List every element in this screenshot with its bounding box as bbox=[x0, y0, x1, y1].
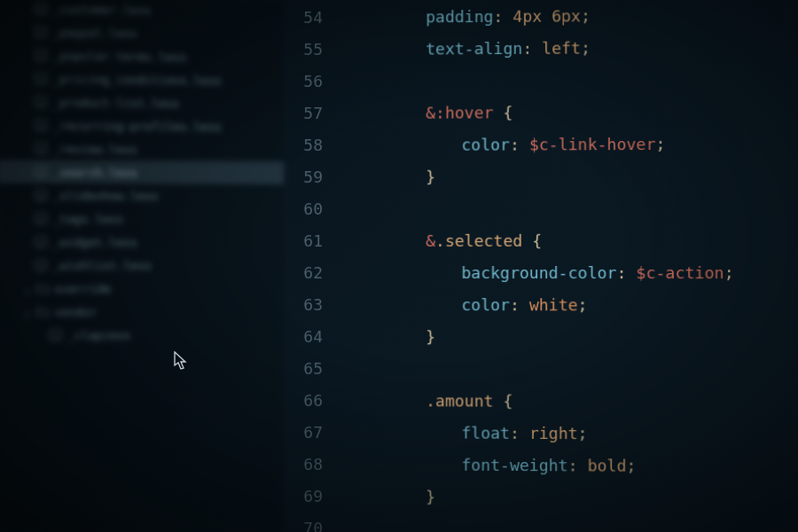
token-prop: background-color bbox=[461, 263, 616, 282]
line-number: 54 bbox=[284, 2, 323, 34]
token-punct: } bbox=[426, 168, 435, 186]
svg-text:{}: {} bbox=[39, 215, 43, 223]
token-prop: padding bbox=[426, 7, 493, 27]
line-number: 56 bbox=[284, 66, 323, 98]
token-punct: } bbox=[426, 327, 435, 346]
file-item-_clapcess[interactable]: {}_clapcess bbox=[0, 323, 284, 347]
file-name-label: _product-list.less bbox=[52, 95, 179, 109]
token-pseudo: :hover bbox=[435, 103, 493, 121]
file-item--product-list-less[interactable]: {}_product-list.less bbox=[0, 90, 284, 115]
folder-item-override[interactable]: override bbox=[0, 277, 284, 301]
code-line[interactable]: &.selected { bbox=[337, 224, 798, 257]
token-val: left bbox=[542, 38, 581, 57]
token-punct: ; bbox=[724, 263, 734, 282]
file-name-label: _tags.less bbox=[52, 212, 123, 225]
code-line[interactable]: color: white; bbox=[337, 289, 798, 322]
code-line[interactable]: text-align: left; bbox=[337, 31, 798, 66]
code-area[interactable]: padding: 4px 6px;text-align: left;&:hove… bbox=[337, 0, 798, 532]
file-name-label: _slideshow.less bbox=[52, 189, 158, 203]
file-item--recurring-profiles-less[interactable]: {}_recurring-profiles.less bbox=[0, 113, 284, 138]
folder-name-label: vendor bbox=[54, 305, 97, 318]
file-item--widget-less[interactable]: {}_widget.less bbox=[0, 230, 284, 254]
code-line[interactable] bbox=[337, 192, 798, 225]
less-file-icon: {} bbox=[35, 72, 47, 84]
folder-name-label: override bbox=[54, 282, 111, 295]
file-name-label: _widget.less bbox=[52, 235, 137, 248]
token-punct: : bbox=[510, 295, 529, 314]
code-line[interactable]: font-weight: bold; bbox=[337, 449, 798, 483]
code-line[interactable] bbox=[337, 353, 798, 387]
file-item--search-less[interactable]: {}_search.less bbox=[0, 160, 284, 184]
file-name-label: _customer.less bbox=[52, 2, 151, 17]
token-punct: : bbox=[493, 7, 512, 26]
code-line[interactable]: color: $c-link-hover; bbox=[337, 128, 798, 161]
less-file-icon: {} bbox=[35, 49, 47, 61]
token-amp: & bbox=[426, 104, 435, 122]
less-file-icon: {} bbox=[35, 189, 47, 201]
token-amp: & bbox=[426, 231, 435, 250]
token-kw: white bbox=[529, 295, 578, 314]
file-item--pricing-conditions-less[interactable]: {}_pricing_conditions.less bbox=[0, 66, 284, 92]
file-item--slideshow-less[interactable]: {}_slideshow.less bbox=[0, 184, 284, 207]
code-line[interactable]: &:hover { bbox=[337, 96, 798, 129]
less-file-icon: {} bbox=[35, 2, 47, 14]
file-name-label: _wishlist.less bbox=[52, 258, 151, 271]
token-punct: { bbox=[522, 231, 542, 250]
svg-text:{}: {} bbox=[39, 169, 43, 176]
token-punct: : bbox=[510, 135, 529, 153]
token-val: bold bbox=[588, 456, 627, 474]
token-punct: : bbox=[616, 263, 636, 282]
line-number: 70 bbox=[284, 512, 323, 532]
svg-text:{}: {} bbox=[39, 145, 43, 153]
code-line[interactable]: padding: 4px 6px; bbox=[337, 0, 798, 34]
token-sel: .selected bbox=[435, 231, 522, 250]
token-punct: ; bbox=[578, 424, 588, 442]
token-punct: ; bbox=[581, 6, 591, 25]
code-line[interactable] bbox=[337, 512, 798, 532]
line-number: 69 bbox=[284, 481, 323, 512]
file-name-label: _recurring-profiles.less bbox=[52, 119, 221, 133]
code-line[interactable]: .amount { bbox=[337, 385, 798, 419]
code-line[interactable]: } bbox=[337, 160, 798, 193]
token-punct: : bbox=[522, 39, 542, 58]
svg-text:{}: {} bbox=[39, 122, 43, 129]
token-sel: .amount bbox=[426, 391, 493, 410]
folder-item-vendor[interactable]: vendor bbox=[0, 300, 284, 324]
file-list: {}_customer.less{}_paypal.less{}_popular… bbox=[0, 0, 284, 347]
file-explorer-sidebar[interactable]: {}_customer.less{}_paypal.less{}_popular… bbox=[0, 0, 284, 532]
file-item--review-less[interactable]: {}_review.less bbox=[0, 137, 284, 161]
line-number: 68 bbox=[284, 449, 323, 481]
token-val: right bbox=[529, 424, 578, 442]
code-line[interactable]: float: right; bbox=[337, 417, 798, 450]
line-number: 64 bbox=[284, 321, 323, 353]
file-item--wishlist-less[interactable]: {}_wishlist.less bbox=[0, 254, 284, 277]
token-punct: } bbox=[426, 488, 435, 506]
line-number: 65 bbox=[284, 353, 323, 385]
svg-text:{}: {} bbox=[53, 332, 58, 340]
token-punct: : bbox=[510, 424, 529, 442]
token-prop: font-weight bbox=[461, 456, 567, 475]
line-number-gutter: 5455565758596061626364656667686970 bbox=[284, 0, 337, 532]
code-line[interactable] bbox=[337, 63, 798, 98]
file-item--popular-terms-less[interactable]: {}_popular-terms.less bbox=[0, 43, 284, 69]
svg-text:{}: {} bbox=[39, 239, 43, 246]
code-line[interactable]: } bbox=[337, 321, 798, 354]
code-line[interactable]: background-color: $c-action; bbox=[337, 257, 798, 289]
file-name-label: _popular-terms.less bbox=[52, 49, 186, 64]
token-num: 4px 6px bbox=[512, 6, 581, 26]
file-item--paypal-less[interactable]: {}_paypal.less bbox=[0, 20, 284, 46]
token-var: $c-action bbox=[636, 263, 724, 282]
less-file-icon: {} bbox=[35, 212, 47, 224]
folder-icon bbox=[36, 306, 49, 318]
token-prop: text-align bbox=[426, 39, 522, 59]
file-name-label: _review.less bbox=[52, 142, 137, 156]
file-name-label: _paypal.less bbox=[52, 25, 137, 39]
token-prop: float bbox=[461, 424, 510, 442]
file-item--tags-less[interactable]: {}_tags.less bbox=[0, 207, 284, 231]
code-line[interactable]: } bbox=[337, 481, 798, 515]
folder-icon bbox=[36, 282, 49, 294]
token-prop: color bbox=[461, 295, 510, 314]
file-name-label: _search.less bbox=[52, 165, 137, 179]
svg-text:{}: {} bbox=[39, 29, 43, 36]
svg-text:{}: {} bbox=[39, 192, 43, 200]
